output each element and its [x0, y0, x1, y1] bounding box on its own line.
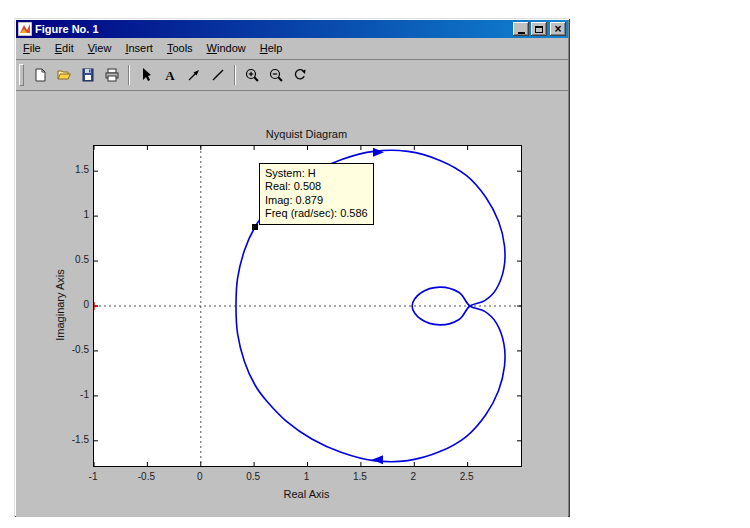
- toolbar: A: [16, 60, 568, 91]
- window-title: Figure No. 1: [35, 20, 511, 38]
- menu-item-view[interactable]: View: [81, 39, 119, 58]
- print-figure-button[interactable]: [101, 64, 123, 86]
- direction-arrow: [372, 455, 383, 464]
- x-tick-label: 1: [287, 471, 327, 482]
- x-tick-label: 2: [393, 471, 433, 482]
- new-figure-button[interactable]: [29, 64, 51, 86]
- y-tick-label: -0.5: [47, 344, 89, 355]
- edit-plot-pointer-icon: [138, 67, 154, 83]
- minimize-button[interactable]: [513, 22, 529, 36]
- insert-line-button[interactable]: [207, 64, 229, 86]
- zoom-in-icon: [244, 67, 260, 83]
- y-tick-label: 1.5: [47, 164, 89, 175]
- y-tick-label: -1: [47, 389, 89, 400]
- menubar: FileEditViewInsertToolsWindowHelp: [16, 38, 568, 60]
- direction-arrow: [373, 148, 384, 157]
- maximize-button[interactable]: [531, 22, 547, 36]
- x-tick-label: 1.5: [340, 471, 380, 482]
- new-figure-icon: [32, 67, 48, 83]
- x-tick-label: 2.5: [447, 471, 487, 482]
- desktop-background: Figure No. 1 × FileEditViewInsertToolsWi…: [0, 0, 750, 528]
- menu-item-window[interactable]: Window: [200, 39, 253, 58]
- zoom-in-button[interactable]: [241, 64, 263, 86]
- save-figure-icon: [80, 67, 96, 83]
- zoom-out-icon: [268, 67, 284, 83]
- y-tick-label: 0.5: [47, 254, 89, 265]
- y-tick-label: -1.5: [47, 434, 89, 445]
- y-tick-label: 0: [47, 299, 89, 310]
- insert-text-button[interactable]: A: [159, 64, 181, 86]
- open-file-button[interactable]: [53, 64, 75, 86]
- x-tick-label: 0.5: [233, 471, 273, 482]
- open-file-icon: [56, 67, 72, 83]
- datatip-line: System: H: [265, 167, 368, 181]
- titlebar[interactable]: Figure No. 1 ×: [16, 20, 568, 38]
- datatip-line: Imag: 0.879: [265, 194, 368, 208]
- close-icon: ×: [554, 24, 561, 34]
- datatip-line: Freq (rad/sec): 0.586: [265, 207, 368, 221]
- x-axis-label: Real Axis: [93, 488, 520, 500]
- rotate-3d-button[interactable]: [289, 64, 311, 86]
- x-tick-label: -0.5: [126, 471, 166, 482]
- close-button[interactable]: ×: [550, 22, 566, 36]
- toolbar-separator: [128, 65, 130, 85]
- maximize-icon: [535, 26, 543, 33]
- x-tick-label: 0: [180, 471, 220, 482]
- insert-line-icon: [210, 67, 226, 83]
- y-tick-label: 1: [47, 209, 89, 220]
- datatip-line: Real: 0.508: [265, 180, 368, 194]
- menu-item-tools[interactable]: Tools: [160, 39, 200, 58]
- figure-window: Figure No. 1 × FileEditViewInsertToolsWi…: [14, 18, 570, 517]
- matlab-app-icon: [18, 22, 32, 36]
- toolbar-separator: [234, 65, 236, 85]
- svg-text:A: A: [165, 68, 175, 83]
- insert-arrow-icon: [186, 67, 202, 83]
- menu-item-insert[interactable]: Insert: [118, 39, 160, 58]
- x-tick-label: -1: [73, 471, 113, 482]
- edit-plot-pointer-button[interactable]: [135, 64, 157, 86]
- save-figure-button[interactable]: [77, 64, 99, 86]
- figure-area: Nyquist Diagram Real Axis Imaginary Axis…: [16, 91, 568, 517]
- chart-title: Nyquist Diagram: [93, 128, 520, 140]
- zoom-out-button[interactable]: [265, 64, 287, 86]
- datatip[interactable]: System: HReal: 0.508Imag: 0.879Freq (rad…: [259, 163, 374, 225]
- axes-region: Nyquist Diagram Real Axis Imaginary Axis…: [93, 145, 520, 465]
- insert-text-icon: A: [162, 67, 178, 83]
- minimize-icon: [518, 32, 525, 34]
- menu-item-help[interactable]: Help: [253, 39, 290, 58]
- menu-item-file[interactable]: File: [16, 39, 48, 58]
- datatip-point-marker[interactable]: [252, 224, 258, 230]
- print-figure-icon: [104, 67, 120, 83]
- toolbar-grip[interactable]: [19, 64, 24, 86]
- menu-item-edit[interactable]: Edit: [48, 39, 81, 58]
- rotate-3d-icon: [292, 67, 308, 83]
- insert-arrow-button[interactable]: [183, 64, 205, 86]
